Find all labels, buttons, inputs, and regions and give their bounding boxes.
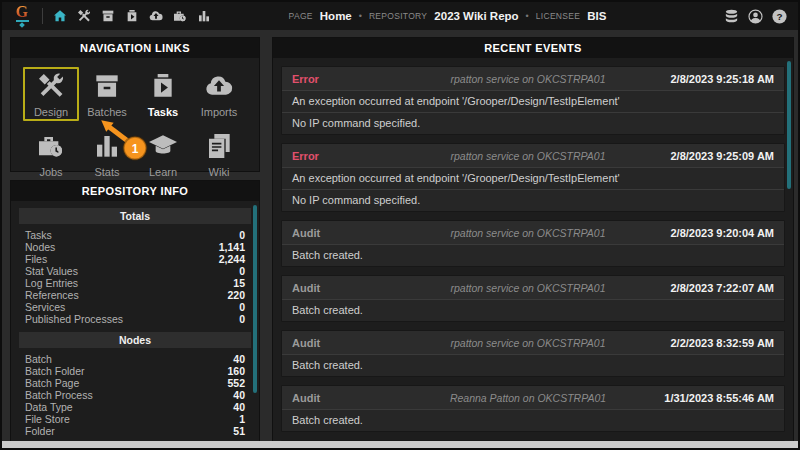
events-scrollbar[interactable] (787, 61, 791, 189)
event-source: rpatton service on OKCSTRPA01 (412, 227, 644, 239)
stat-label: Log Entries (25, 277, 78, 289)
recent-events-panel: RECENT EVENTS Errorrpatton service on OK… (272, 37, 794, 445)
nav-item-label: Stats (94, 166, 119, 178)
event-card[interactable]: Auditrpatton service on OKCSTRPA012/2/20… (281, 330, 785, 377)
jobs-icon (35, 130, 67, 166)
repo-section-totals: TotalsTasks0Nodes1,141Files2,244Stat Val… (19, 208, 251, 325)
stat-label: Published Processes (25, 313, 123, 325)
nav-item-label: Wiki (209, 166, 230, 178)
stat-value: 160 (227, 365, 245, 377)
event-timestamp: 2/8/2023 7:22:07 AM (644, 282, 774, 294)
nav-item-label: Jobs (39, 166, 62, 178)
navigation-grid: DesignBatchesTasksImportsJobsStatsLearnW… (11, 67, 259, 181)
help-icon[interactable]: ? (771, 8, 788, 25)
stat-label: Files (25, 253, 47, 265)
stat-value: 220 (227, 289, 245, 301)
event-header: AuditReanna Patton on OKCSTRPA011/31/202… (282, 386, 784, 409)
stat-label: Batch Page (25, 377, 79, 389)
repository-info-title: REPOSITORY INFO (11, 181, 259, 201)
top-bar: G PAGE Home • REPOSITORY 2023 Wiki Repo … (2, 2, 798, 30)
event-header: Auditrpatton service on OKCSTRPA012/8/20… (282, 221, 784, 244)
repository-info-body: TotalsTasks0Nodes1,141Files2,244Stat Val… (11, 208, 259, 437)
repository-scrollbar[interactable] (253, 205, 257, 393)
repo-stat-row: Log Entries15 (19, 277, 251, 289)
stat-label: Nodes (25, 241, 55, 253)
stat-value: 0 (239, 265, 245, 277)
page-value: Home (320, 10, 352, 22)
event-card[interactable]: Errorrpatton service on OKCSTRPA012/8/20… (281, 66, 785, 135)
grooper-logo-icon[interactable]: G (12, 5, 32, 27)
topbar-right-icons: ? (723, 8, 788, 25)
stat-value: 15 (233, 277, 245, 289)
user-icon[interactable] (747, 8, 764, 25)
design-icon (35, 70, 67, 106)
event-type: Audit (292, 282, 412, 294)
navigation-links-title: NAVIGATION LINKS (11, 38, 259, 58)
nav-item-learn[interactable]: Learn (135, 127, 191, 181)
stat-label: Stat Values (25, 265, 78, 277)
event-timestamp: 1/31/2023 8:55:46 AM (644, 392, 774, 404)
event-source: Reanna Patton on OKCSTRPA01 (412, 392, 644, 404)
event-card[interactable]: Auditrpatton service on OKCSTRPA012/8/20… (281, 220, 785, 267)
nav-item-label: Imports (201, 106, 238, 118)
licensee-value: BIS (587, 10, 606, 22)
page-label: PAGE (289, 11, 313, 21)
topbar-divider (42, 8, 43, 24)
repo-section-title: Totals (19, 208, 251, 224)
event-source: rpatton service on OKCSTRPA01 (412, 73, 644, 85)
repo-stat-row: Tasks0 (19, 229, 251, 241)
nav-item-jobs[interactable]: Jobs (23, 127, 79, 181)
crumb-separator: • (526, 11, 529, 21)
event-type: Audit (292, 392, 412, 404)
event-type: Audit (292, 227, 412, 239)
design-icon[interactable] (75, 8, 92, 25)
repo-stat-row: Folder51 (19, 425, 251, 437)
nav-item-design[interactable]: Design (23, 67, 79, 121)
repo-stat-row: Data Type40 (19, 401, 251, 413)
event-header: Auditrpatton service on OKCSTRPA012/8/20… (282, 276, 784, 299)
breadcrumb: PAGE Home • REPOSITORY 2023 Wiki Repo • … (172, 10, 723, 22)
repo-section-nodes: NodesBatch40Batch Folder160Batch Page552… (19, 332, 251, 437)
stat-value: 40 (233, 353, 245, 365)
crumb-separator: • (359, 11, 362, 21)
event-card[interactable]: AuditReanna Patton on OKCSTRPA011/31/202… (281, 385, 785, 432)
stat-label: Services (25, 301, 65, 313)
stat-label: References (25, 289, 79, 301)
stat-value: 40 (233, 389, 245, 401)
event-message: No IP command specified. (282, 189, 784, 211)
event-card[interactable]: Errorrpatton service on OKCSTRPA012/8/20… (281, 143, 785, 212)
logo-letter: G (16, 5, 28, 19)
batches-icon (91, 70, 123, 106)
batches-icon[interactable] (99, 8, 116, 25)
tasks-icon[interactable] (123, 8, 140, 25)
stat-value: 51 (233, 425, 245, 437)
event-type: Error (292, 73, 412, 85)
database-icon[interactable] (723, 8, 740, 25)
nav-item-imports[interactable]: Imports (191, 67, 247, 121)
stat-label: Data Type (25, 401, 73, 413)
event-source: rpatton service on OKCSTRPA01 (412, 282, 644, 294)
nav-item-stats[interactable]: Stats (79, 127, 135, 181)
home-icon[interactable] (51, 8, 68, 25)
event-message: Batch created. (282, 354, 784, 376)
event-source: rpatton service on OKCSTRPA01 (412, 150, 644, 162)
event-message: An exception occurred at endpoint '/Groo… (282, 90, 784, 112)
nav-item-tasks[interactable]: Tasks (135, 67, 191, 121)
nav-item-batches[interactable]: Batches (79, 67, 135, 121)
event-source: rpatton service on OKCSTRPA01 (412, 337, 644, 349)
bottom-edge-bar (2, 441, 798, 448)
event-message: An exception occurred at endpoint '/Groo… (282, 167, 784, 189)
repo-stat-row: File Store1 (19, 413, 251, 425)
tasks-icon (147, 70, 179, 106)
imports-icon[interactable] (147, 8, 164, 25)
nav-item-wiki[interactable]: Wiki (191, 127, 247, 181)
repo-stat-row: Services0 (19, 301, 251, 313)
stat-value: 0 (239, 313, 245, 325)
event-timestamp: 2/8/2023 9:25:09 AM (644, 150, 774, 162)
repo-stat-row: References220 (19, 289, 251, 301)
repo-stat-row: Batch Page552 (19, 377, 251, 389)
repo-stat-row: Files2,244 (19, 253, 251, 265)
event-card[interactable]: Auditrpatton service on OKCSTRPA012/8/20… (281, 275, 785, 322)
stat-value: 0 (239, 301, 245, 313)
repo-section-title: Nodes (19, 332, 251, 348)
